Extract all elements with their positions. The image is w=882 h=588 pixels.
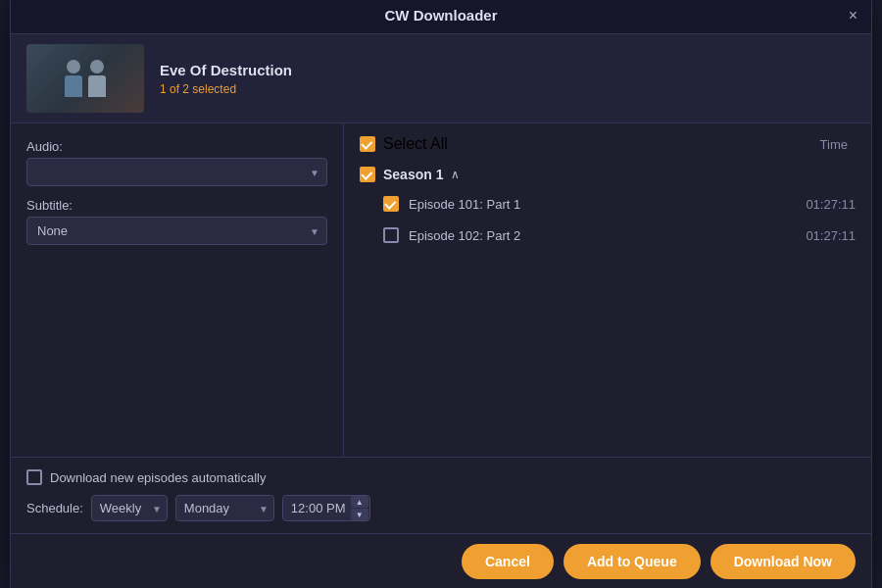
show-subtitle: 1 of 2 selected	[160, 82, 856, 96]
season-collapse-icon[interactable]: ∧	[451, 168, 460, 181]
auto-download-row: Download new episodes automatically	[26, 469, 856, 485]
actions-row: Cancel Add to Queue Download Now	[11, 533, 871, 588]
close-button[interactable]: ×	[849, 8, 858, 24]
audio-label: Audio:	[26, 139, 327, 154]
frequency-select[interactable]: Weekly Daily Monthly	[91, 495, 168, 521]
episode-2-checkbox[interactable]	[383, 227, 399, 243]
show-info: Eve Of Destruction 1 of 2 selected	[160, 62, 856, 96]
select-all-checkbox[interactable]	[360, 136, 375, 152]
show-thumbnail	[26, 44, 144, 113]
time-decrement-button[interactable]: ▼	[351, 509, 368, 520]
time-input-wrapper: ▲ ▼	[282, 495, 370, 521]
select-all-label: Select All	[383, 135, 448, 153]
main-content: Audio: ▼ Subtitle: None ▼	[11, 123, 871, 457]
subtitle-label: Subtitle:	[26, 198, 327, 213]
episode-row[interactable]: Episode 101: Part 1 01:27:11	[360, 188, 856, 220]
audio-field: Audio: ▼	[26, 139, 327, 186]
audio-select[interactable]	[26, 158, 327, 186]
show-title: Eve Of Destruction	[160, 62, 856, 78]
day-select-wrapper: Monday Tuesday Wednesday Thursday Friday…	[175, 495, 274, 521]
left-panel: Audio: ▼ Subtitle: None ▼	[11, 123, 344, 457]
download-now-button[interactable]: Download Now	[710, 544, 856, 579]
episode-2-time: 01:27:11	[806, 228, 856, 243]
auto-download-label: Download new episodes automatically	[50, 470, 266, 485]
episode-2-name: Episode 102: Part 2	[409, 228, 520, 243]
season-checkbox[interactable]	[360, 167, 375, 182]
episode-row[interactable]: Episode 102: Part 2 01:27:11	[360, 220, 856, 251]
episode-1-time: 01:27:11	[806, 197, 856, 212]
audio-select-wrapper: ▼	[26, 158, 327, 186]
day-select[interactable]: Monday Tuesday Wednesday Thursday Friday…	[175, 495, 274, 521]
select-all-row: Select All Time	[360, 135, 856, 159]
title-bar: CW Downloader ×	[11, 0, 871, 34]
episode-1-name: Episode 101: Part 1	[409, 197, 520, 212]
bottom-bar: Download new episodes automatically Sche…	[11, 457, 871, 533]
figure-2	[88, 60, 106, 97]
time-column-header: Time	[820, 137, 848, 152]
schedule-row: Schedule: Weekly Daily Monthly ▼ Monday …	[26, 495, 856, 521]
time-increment-button[interactable]: ▲	[351, 496, 368, 508]
auto-download-checkbox[interactable]	[26, 469, 42, 485]
time-spinners: ▲ ▼	[351, 496, 368, 520]
right-panel: Select All Time Season 1 ∧ Episode 101: …	[344, 123, 871, 457]
cancel-button[interactable]: Cancel	[462, 544, 554, 579]
subtitle-select[interactable]: None	[26, 217, 327, 245]
subtitle-select-wrapper: None ▼	[26, 217, 327, 245]
subtitle-field: Subtitle: None ▼	[26, 198, 327, 245]
schedule-label: Schedule:	[26, 501, 83, 515]
season-label: Season 1	[383, 167, 443, 182]
cw-downloader-dialog: CW Downloader × Eve Of Destruction	[10, 0, 872, 588]
figure-1	[65, 60, 82, 97]
season-header[interactable]: Season 1 ∧	[360, 167, 856, 182]
dialog-title: CW Downloader	[385, 7, 498, 24]
frequency-select-wrapper: Weekly Daily Monthly ▼	[91, 495, 168, 521]
show-header: Eve Of Destruction 1 of 2 selected	[11, 34, 871, 123]
add-to-queue-button[interactable]: Add to Queue	[564, 544, 701, 579]
episode-1-checkbox[interactable]	[383, 196, 399, 212]
